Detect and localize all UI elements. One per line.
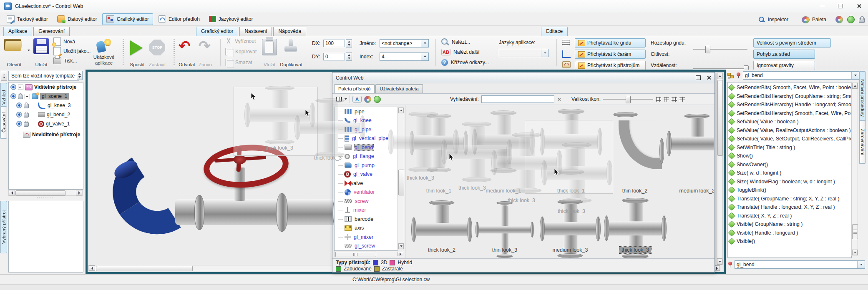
hierarchy-icon[interactable]	[727, 72, 734, 78]
palette-window-titlebar[interactable]: Control Web	[332, 72, 715, 83]
procedure-row[interactable]: ShowOwner()	[728, 160, 851, 169]
palette-item[interactable]: gl_screw	[335, 242, 398, 251]
undo-button[interactable]: ↶	[179, 39, 191, 53]
palette-close-icon[interactable]	[707, 75, 711, 80]
procedure-row[interactable]: SetRenderBitsHierarchy( GroupName : stri…	[728, 92, 851, 101]
grid-spacing-slider[interactable]	[693, 45, 747, 53]
new-button[interactable]: Nová	[53, 38, 75, 46]
combo-arrow-icon[interactable]	[857, 261, 865, 268]
print-button[interactable]: Tisk...	[53, 57, 77, 64]
tab-text-editor[interactable]: Textový editor	[3, 13, 52, 25]
procedure-row[interactable]: Translate( X, Y, Z : real )	[728, 212, 851, 220]
ribbon-tab-aplikace[interactable]: Aplikace	[3, 27, 32, 36]
find-button[interactable]: Nalézt...	[441, 38, 470, 46]
visibility-eye-icon[interactable]	[16, 121, 22, 127]
procedure-row[interactable]: Show()	[728, 152, 851, 160]
sort-az-icon[interactable]: A	[352, 96, 362, 102]
delete-button[interactable]: Smazat	[225, 59, 252, 66]
cross-refs-button[interactable]: ?Křížové odkazy...	[441, 59, 489, 66]
procedure-row[interactable]: Size( WindowFlag : boolean; w, d : longi…	[728, 178, 851, 186]
visibility-eye-icon[interactable]	[16, 112, 22, 118]
palette-item[interactable]: gl_knee	[335, 116, 398, 125]
tree-row[interactable]: Viditelné přístroje	[9, 82, 83, 92]
template-slot[interactable]: Sem lze vložit nový template	[8, 71, 79, 81]
palette-item[interactable]: screw	[335, 197, 398, 206]
icon-size-small-icon[interactable]	[656, 97, 661, 102]
lock-icon[interactable]	[24, 104, 29, 108]
view-mode-dropdown-icon[interactable]	[345, 98, 347, 100]
examples-button[interactable]	[95, 38, 112, 54]
scope-combo[interactable]: gl_bend	[743, 71, 859, 80]
lock-icon[interactable]	[24, 122, 29, 127]
component-list-vscrollbar[interactable]	[398, 107, 404, 250]
tab-graphic-editor[interactable]: Grafický editor	[102, 13, 153, 25]
ribbon-tab-editace[interactable]: Editace	[541, 27, 568, 36]
tab-language-editor[interactable]: Jazykový editor	[205, 13, 257, 25]
snap-to-grid-toggle[interactable]: Přichytávat ke gridu	[575, 38, 646, 48]
move-by-center-toggle[interactable]: Pohyb za střed	[753, 50, 815, 59]
layout-list-icon[interactable]	[679, 97, 685, 102]
ribbon-tab-graficky-editor[interactable]: Grafický editor	[196, 27, 238, 36]
layout-grid-icon[interactable]	[672, 97, 677, 102]
collapse-icon[interactable]	[18, 85, 23, 90]
procedure-row[interactable]: Visible()	[728, 237, 851, 246]
procedure-row[interactable]: Size( w, d : longint )	[728, 169, 851, 178]
find-next-button[interactable]: ABNalézt další	[441, 49, 480, 55]
procedure-row[interactable]: Visible( Handle : longcard )	[728, 229, 851, 238]
open-dropdown-icon[interactable]	[28, 50, 30, 51]
bottom-scope-combo[interactable]: gl_bend	[735, 260, 865, 269]
ribbon-tab-napoveda[interactable]: Nápověda	[273, 27, 306, 36]
paste-button[interactable]	[262, 39, 277, 55]
scene-vscrollbar[interactable]	[717, 72, 723, 265]
view-mode-icon[interactable]	[336, 97, 342, 102]
palette-item[interactable]: gl_flange	[335, 152, 398, 161]
palette-mini-icon[interactable]	[835, 16, 843, 23]
procedure-row[interactable]: Visible( GroupName : string )	[728, 220, 851, 229]
index-combo[interactable]: 4	[380, 52, 429, 61]
globe-icon[interactable]	[374, 96, 381, 103]
template-spinner[interactable]	[77, 71, 83, 80]
procedure-row[interactable]: SetValue( Value, SetOutput, CallReceiver…	[728, 135, 851, 143]
ignore-gravity-toggle[interactable]: Ignorovat gravity	[753, 61, 815, 70]
palette-item[interactable]: gl_valve	[335, 170, 398, 179]
colors-icon[interactable]	[364, 96, 371, 103]
tree-row[interactable]: gl_bend_2	[9, 110, 83, 119]
save-button[interactable]	[33, 38, 49, 54]
look-tile[interactable]	[540, 109, 602, 175]
icon-size-medium-icon[interactable]	[664, 97, 669, 102]
open-button[interactable]	[4, 39, 23, 52]
axes-icon[interactable]	[562, 50, 571, 58]
procedure-row[interactable]: SetValue( Value, RealizeOutputActions : …	[728, 126, 851, 135]
procedure-row[interactable]: SetRenderBits( Smooth, Facet, Wire, Poin…	[728, 83, 851, 92]
tab-nativni-procedury[interactable]: Nativní procedury	[859, 71, 866, 125]
look-tile[interactable]	[472, 110, 535, 173]
fixed-center-toggle[interactable]: Velikost s pevným středem	[753, 38, 831, 48]
palette-item[interactable]: barcode	[335, 215, 398, 224]
clear-search-icon[interactable]	[557, 98, 561, 101]
snap-to-instruments-toggle[interactable]: Přichytávat k přístrojům	[575, 61, 646, 70]
pin-icon[interactable]	[727, 262, 732, 268]
lock-icon[interactable]	[18, 95, 23, 99]
redo-button[interactable]: ↷	[199, 39, 211, 53]
procedure-row[interactable]: Translate( GroupName : string; X, Y, Z :…	[728, 195, 851, 203]
tab-paleta-pristroju[interactable]: Paleta přístrojů	[334, 84, 375, 93]
visibility-eye-icon[interactable]	[16, 102, 22, 108]
collapse-icon[interactable]	[25, 94, 30, 99]
tree-row[interactable]: gl_scene_1	[9, 92, 83, 101]
tab-zarovnavani[interactable]: Zarovnávání	[859, 120, 866, 164]
palette-restore-icon[interactable]	[696, 75, 701, 80]
inspector-button[interactable]: Inspektor	[754, 14, 793, 25]
tab-data-editor[interactable]: Datový editor	[53, 13, 101, 25]
name-combo[interactable]: <not change>	[380, 39, 429, 48]
tree-row[interactable]: gl_valve_1	[9, 119, 83, 128]
palette-item[interactable]: gl_pump	[335, 161, 398, 170]
tab-scroll-button[interactable]	[1, 71, 7, 81]
selected-look-caption[interactable]: thick look_3	[619, 247, 651, 253]
combo-arrow-icon[interactable]	[851, 72, 859, 79]
icon-size-slider[interactable]	[603, 95, 653, 103]
palette-item-selected[interactable]: gl_bend	[335, 143, 398, 152]
tree-item-selected[interactable]: gl_scene_1	[40, 93, 69, 100]
procedure-row[interactable]: SetRenderBitsHierarchy( Handle : longcar…	[728, 100, 851, 109]
procedure-list-vscrollbar[interactable]	[851, 82, 858, 256]
dx-input[interactable]: 100	[323, 40, 345, 47]
